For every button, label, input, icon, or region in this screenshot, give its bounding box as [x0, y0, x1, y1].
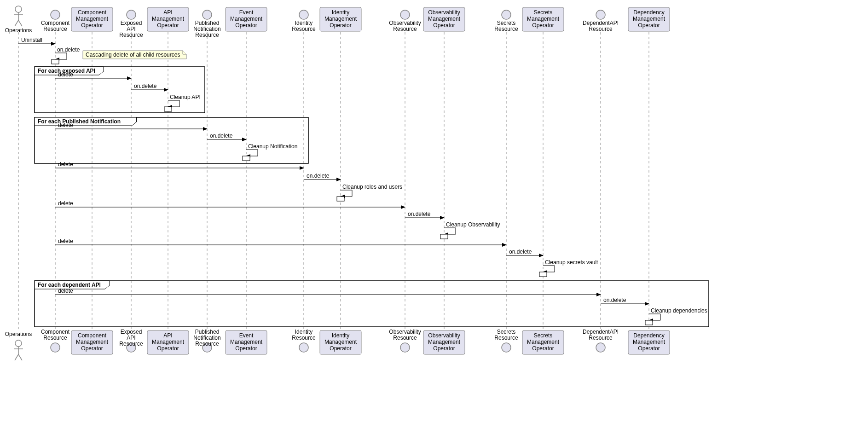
- participant-amo: APIManagementOperator: [147, 330, 189, 354]
- svg-text:Component: Component: [41, 20, 70, 26]
- svg-text:Management: Management: [230, 16, 263, 22]
- svg-text:on.delete: on.delete: [408, 211, 431, 217]
- svg-text:Operator: Operator: [532, 22, 554, 29]
- svg-text:Published: Published: [195, 329, 220, 335]
- participant-ops: Operations: [5, 331, 32, 360]
- participant-idr: IdentityResource: [292, 329, 316, 352]
- participant-sr: SecretsResource: [494, 329, 518, 352]
- svg-point-134: [400, 10, 410, 19]
- svg-text:For each Published Notificatio: For each Published Notification: [38, 118, 121, 125]
- participant-ops: Operations: [5, 6, 32, 34]
- svg-text:Resource: Resource: [195, 341, 219, 347]
- svg-text:Observability: Observability: [389, 329, 421, 335]
- svg-text:Operator: Operator: [532, 345, 554, 352]
- participant-amo: APIManagementOperator: [147, 7, 189, 31]
- svg-point-151: [502, 343, 511, 352]
- participant-ear: ExposedAPIResource: [119, 329, 143, 352]
- svg-text:Operator: Operator: [638, 345, 660, 352]
- svg-text:Operator: Operator: [157, 345, 179, 352]
- svg-point-74: [51, 10, 60, 19]
- svg-text:Cleanup dependencies: Cleanup dependencies: [651, 307, 707, 314]
- participant-obmo: ObservabilityManagementOperator: [423, 7, 465, 31]
- svg-text:Operator: Operator: [433, 345, 455, 352]
- svg-text:Operator: Operator: [81, 22, 103, 29]
- svg-text:Operator: Operator: [235, 345, 257, 352]
- svg-rect-61: [645, 320, 653, 325]
- svg-text:delete: delete: [58, 288, 73, 294]
- svg-text:Resource: Resource: [119, 32, 143, 38]
- svg-point-120: [299, 10, 308, 19]
- svg-text:Management: Management: [76, 339, 109, 345]
- svg-point-77: [51, 343, 60, 352]
- participant-smo: SecretsManagementOperator: [522, 330, 564, 354]
- svg-text:Management: Management: [527, 339, 560, 345]
- svg-point-69: [15, 340, 22, 347]
- svg-text:Management: Management: [428, 339, 461, 345]
- svg-text:delete: delete: [58, 200, 73, 207]
- participant-dar: DependentAPIResource: [583, 329, 619, 352]
- svg-point-162: [596, 10, 605, 19]
- svg-text:Observability: Observability: [389, 20, 421, 26]
- participant-pnr: PublishedNotificationResource: [193, 10, 220, 38]
- svg-text:Resource: Resource: [43, 335, 67, 341]
- participant-ear: ExposedAPIResource: [119, 10, 143, 38]
- svg-point-88: [127, 10, 136, 19]
- svg-text:Operator: Operator: [638, 22, 660, 29]
- svg-text:Resource: Resource: [589, 26, 613, 32]
- svg-text:Published: Published: [195, 20, 220, 26]
- svg-text:Management: Management: [76, 16, 109, 22]
- svg-point-104: [203, 10, 212, 19]
- participant-dar: DependentAPIResource: [583, 10, 619, 32]
- svg-text:Management: Management: [324, 16, 357, 22]
- svg-text:delete: delete: [58, 238, 73, 244]
- svg-text:Identity: Identity: [295, 329, 313, 335]
- svg-text:Operator: Operator: [330, 345, 351, 352]
- svg-rect-37: [243, 156, 250, 161]
- svg-text:Resource: Resource: [494, 26, 518, 32]
- svg-rect-49: [440, 234, 448, 239]
- svg-text:Resource: Resource: [119, 341, 143, 347]
- svg-text:Operations: Operations: [5, 331, 32, 337]
- svg-text:Management: Management: [230, 339, 263, 345]
- svg-text:DependentAPI: DependentAPI: [583, 20, 619, 26]
- participant-cr: ComponentResource: [41, 329, 70, 352]
- svg-text:Management: Management: [152, 339, 185, 345]
- svg-line-72: [15, 354, 18, 360]
- svg-text:Identity: Identity: [332, 9, 350, 16]
- svg-text:on.delete: on.delete: [57, 46, 80, 53]
- svg-text:Operations: Operations: [5, 27, 32, 34]
- svg-point-137: [400, 343, 410, 352]
- svg-text:Event: Event: [239, 332, 254, 339]
- svg-text:Resource: Resource: [195, 32, 219, 38]
- svg-text:Cleanup roles and users: Cleanup roles and users: [342, 184, 402, 190]
- svg-text:For each dependent API: For each dependent API: [38, 282, 101, 288]
- svg-text:Operator: Operator: [157, 22, 179, 29]
- svg-text:Management: Management: [324, 339, 357, 345]
- svg-text:delete: delete: [58, 71, 73, 78]
- svg-text:Operator: Operator: [433, 22, 455, 29]
- svg-point-62: [15, 6, 22, 12]
- svg-text:Identity: Identity: [332, 332, 350, 339]
- svg-text:Resource: Resource: [292, 335, 316, 341]
- svg-text:Cleanup Notification: Cleanup Notification: [248, 143, 297, 150]
- participant-imo: IdentityManagementOperator: [320, 330, 361, 354]
- sequence-diagram: For each exposed APIFor each Published N…: [0, 0, 718, 368]
- svg-text:Identity: Identity: [295, 20, 313, 26]
- svg-text:Resource: Resource: [494, 335, 518, 341]
- svg-text:Notification: Notification: [193, 335, 220, 341]
- svg-text:Dependency: Dependency: [633, 332, 664, 339]
- participant-pnr: PublishedNotificationResource: [193, 329, 220, 352]
- svg-text:Secrets: Secrets: [534, 332, 553, 339]
- svg-text:Event: Event: [239, 9, 254, 16]
- participant-sr: SecretsResource: [494, 10, 518, 32]
- participant-imo: IdentityManagementOperator: [320, 7, 361, 31]
- svg-rect-25: [52, 59, 59, 64]
- svg-text:Resource: Resource: [393, 26, 417, 32]
- svg-text:delete: delete: [58, 122, 73, 128]
- svg-text:Resource: Resource: [292, 26, 316, 32]
- svg-text:API: API: [163, 9, 172, 16]
- svg-line-73: [18, 354, 22, 360]
- participant-emo: EventManagementOperator: [226, 330, 267, 354]
- svg-text:Resource: Resource: [589, 335, 613, 341]
- svg-text:on.delete: on.delete: [509, 249, 532, 255]
